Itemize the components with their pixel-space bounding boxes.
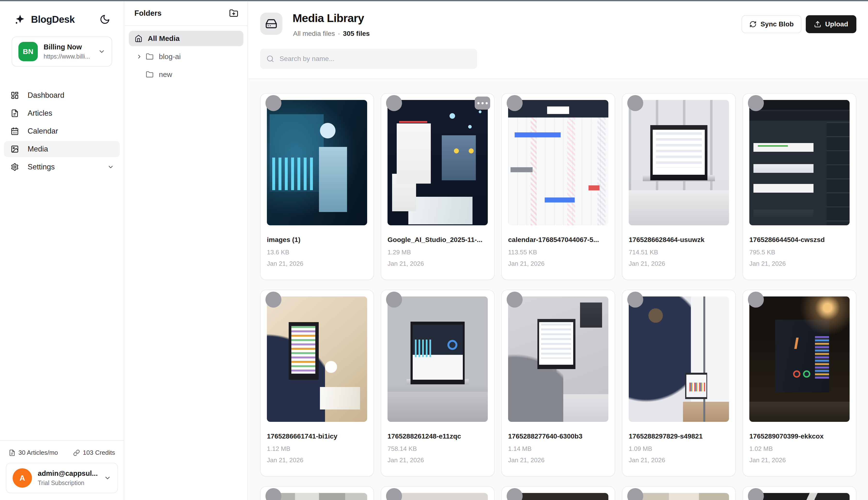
- link-icon: [73, 450, 80, 456]
- media-card-partial[interactable]: [381, 486, 494, 500]
- selection-circle[interactable]: [627, 95, 643, 111]
- media-card-partial[interactable]: [743, 486, 856, 500]
- file-date: Jan 21, 2026: [388, 260, 488, 268]
- card-more-menu-icon[interactable]: [475, 96, 490, 110]
- folder-label: blog-ai: [159, 53, 181, 61]
- sidebar-item-label: Calendar: [27, 127, 58, 136]
- file-name: calendar-1768547044067-5...: [508, 236, 608, 244]
- sync-blob-button[interactable]: Sync Blob: [742, 15, 801, 33]
- sidebar-item-articles[interactable]: Articles: [4, 105, 120, 121]
- selection-circle[interactable]: [627, 488, 643, 500]
- file-size: 1.09 MB: [629, 445, 729, 453]
- media-thumbnail: [388, 493, 488, 500]
- file-name: 1765288261248-e11zqc: [388, 432, 488, 440]
- credits-stat: 103 Credits: [73, 449, 115, 456]
- folder-item-all-media[interactable]: All Media: [129, 31, 243, 46]
- file-date: Jan 21, 2026: [749, 456, 849, 464]
- folder-icon: [146, 53, 154, 60]
- sync-blob-label: Sync Blob: [760, 20, 794, 28]
- sidebar-item-media[interactable]: Media: [4, 141, 120, 157]
- articles-quota-stat: 30 Articles/mo: [9, 449, 58, 456]
- media-card[interactable]: Google_AI_Studio_2025-11-... 1.29 MB Jan…: [381, 93, 494, 280]
- account-info: admin@cappsul... Trial Subscription: [38, 469, 98, 487]
- media-card[interactable]: 1765286644504-cwszsd 795.5 KB Jan 21, 20…: [743, 93, 856, 280]
- file-size: 758.14 KB: [388, 445, 488, 453]
- media-thumbnail: [267, 493, 367, 500]
- media-card-partial[interactable]: [622, 486, 736, 500]
- media-thumbnail: [388, 296, 488, 422]
- folders-header: Folders: [125, 1, 247, 26]
- sidebar: BlogDesk BN Billing Now https://www.bill…: [0, 1, 124, 500]
- media-card[interactable]: 1765286628464-usuwzk 714.51 KB Jan 21, 2…: [622, 93, 736, 280]
- folder-icon: [146, 71, 154, 78]
- selection-circle[interactable]: [507, 488, 523, 500]
- media-thumbnail: [267, 100, 367, 225]
- header-actions: Sync Blob Upload: [742, 15, 856, 33]
- file-text-icon: [11, 109, 19, 117]
- media-card[interactable]: calendar-1768547044067-5... 113.55 KB Ja…: [501, 93, 615, 280]
- file-name: 1765288297829-s49821: [629, 432, 729, 440]
- sidebar-item-label: Dashboard: [27, 91, 64, 100]
- sidebar-item-calendar[interactable]: Calendar: [4, 123, 120, 139]
- chevron-down-icon: [107, 163, 114, 170]
- selection-circle[interactable]: [386, 488, 402, 500]
- window-top-edge: [0, 0, 868, 1]
- file-text-icon: [9, 450, 15, 456]
- media-card[interactable]: images (1) 13.6 KB Jan 21, 2026: [260, 93, 374, 280]
- chevron-down-icon: [98, 48, 105, 55]
- folder-item-blog-ai[interactable]: blog-ai: [125, 49, 247, 64]
- media-card[interactable]: 1765289070399-ekkcox 1.02 MB Jan 21, 202…: [743, 290, 856, 477]
- media-thumbnail: [267, 296, 367, 422]
- file-name: Google_AI_Studio_2025-11-...: [388, 236, 488, 244]
- media-card[interactable]: 1765288277640-6300b3 1.14 MB Jan 21, 202…: [501, 290, 615, 477]
- sidebar-item-label: Settings: [27, 163, 55, 171]
- selection-circle[interactable]: [748, 488, 764, 500]
- file-date: Jan 21, 2026: [629, 456, 729, 464]
- upload-button[interactable]: Upload: [806, 15, 856, 33]
- selection-circle[interactable]: [265, 488, 281, 500]
- media-card[interactable]: 1765286661741-bi1icy 1.12 MB Jan 21, 202…: [260, 290, 374, 477]
- chevron-right-icon[interactable]: [136, 54, 142, 60]
- media-card[interactable]: 1765288297829-s49821 1.09 MB Jan 21, 202…: [622, 290, 736, 477]
- folder-label: All Media: [148, 34, 180, 43]
- upload-icon: [814, 21, 821, 28]
- selection-circle[interactable]: [627, 292, 643, 308]
- file-date: Jan 21, 2026: [749, 260, 849, 268]
- selection-circle[interactable]: [386, 292, 402, 308]
- media-grid-area[interactable]: images (1) 13.6 KB Jan 21, 2026 Google_A…: [248, 80, 868, 500]
- file-name: 1765286644504-cwszsd: [749, 236, 849, 244]
- media-card-partial[interactable]: [501, 486, 615, 500]
- media-thumbnail: [749, 100, 849, 225]
- media-card[interactable]: 1765288261248-e11zqc 758.14 KB Jan 21, 2…: [381, 290, 494, 477]
- selection-circle[interactable]: [748, 292, 764, 308]
- media-library-icon-tile: [260, 13, 282, 35]
- selection-circle[interactable]: [748, 95, 764, 111]
- folders-title: Folders: [134, 9, 162, 18]
- search-input[interactable]: [279, 55, 471, 63]
- sidebar-item-label: Media: [27, 145, 48, 154]
- selection-circle[interactable]: [507, 95, 523, 111]
- selection-circle[interactable]: [265, 95, 281, 111]
- workspace-name: Billing Now: [44, 43, 90, 51]
- account-menu[interactable]: A admin@cappsul... Trial Subscription: [6, 463, 118, 493]
- file-size: 795.5 KB: [749, 249, 849, 256]
- selection-circle[interactable]: [507, 292, 523, 308]
- upload-label: Upload: [825, 20, 848, 28]
- workspace-switcher[interactable]: BN Billing Now https://www.billi...: [12, 36, 112, 67]
- folder-item-new[interactable]: new: [125, 67, 247, 82]
- page-title: Media Library: [292, 11, 364, 25]
- new-folder-button-icon[interactable]: [229, 9, 238, 18]
- dark-mode-toggle-moon-icon[interactable]: [100, 14, 110, 25]
- sidebar-item-settings[interactable]: Settings: [4, 159, 120, 175]
- home-icon: [135, 35, 142, 42]
- search-icon: [266, 55, 274, 63]
- media-card-partial[interactable]: [260, 486, 374, 500]
- sidebar-item-dashboard[interactable]: Dashboard: [4, 87, 120, 103]
- file-date: Jan 21, 2026: [267, 456, 367, 464]
- subtitle-separator: ·: [338, 30, 340, 37]
- media-thumbnail: [749, 296, 849, 422]
- selection-circle[interactable]: [386, 95, 402, 111]
- chevron-down-icon: [104, 474, 111, 481]
- file-date: Jan 21, 2026: [508, 260, 608, 268]
- selection-circle[interactable]: [265, 292, 281, 308]
